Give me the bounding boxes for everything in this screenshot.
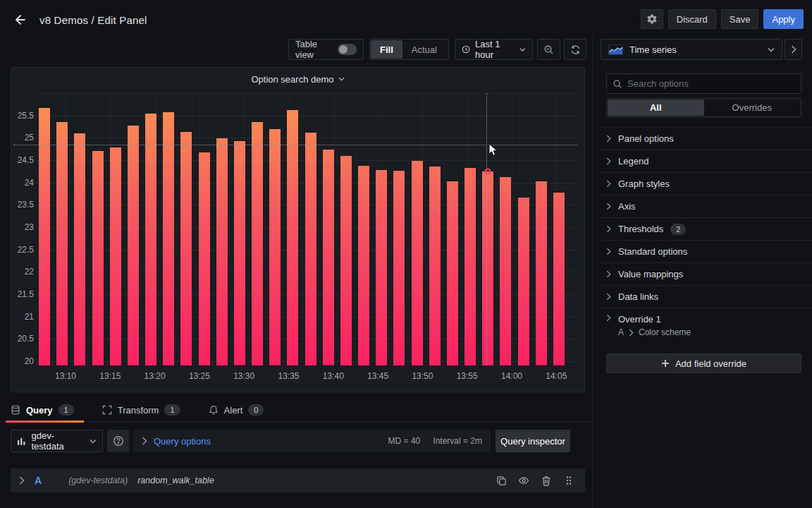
x-axis-label: 14:00 (501, 371, 522, 381)
hide-query-button[interactable] (516, 473, 531, 488)
apply-button[interactable]: Apply (763, 9, 804, 29)
options-section-graph-styles[interactable]: Graph styles (598, 172, 812, 195)
options-section-axis[interactable]: Axis (598, 195, 812, 217)
save-button[interactable]: Save (721, 9, 759, 29)
table-view-toggle[interactable] (338, 44, 357, 55)
bar[interactable] (287, 110, 298, 365)
discard-button[interactable]: Discard (668, 9, 716, 29)
bar[interactable] (429, 167, 441, 365)
bar[interactable] (553, 193, 565, 365)
bar[interactable] (536, 181, 547, 365)
actual-option[interactable]: Actual (402, 40, 446, 59)
bar[interactable] (252, 122, 263, 366)
section-label: Standard options (618, 246, 687, 257)
query-options-meta: MD = 40 Interval = 2m (388, 436, 482, 446)
bar[interactable] (39, 108, 50, 365)
back-button[interactable] (10, 9, 31, 30)
bar[interactable] (199, 152, 210, 365)
bar[interactable] (323, 150, 334, 365)
datasource-picker[interactable]: gdev-testdata (11, 430, 103, 452)
visualization-picker[interactable]: Time series (601, 39, 782, 60)
tab-query[interactable]: Query1 (11, 399, 74, 422)
bar[interactable] (412, 161, 423, 365)
tab-overrides[interactable]: Overrides (704, 99, 801, 116)
bar[interactable] (145, 114, 156, 366)
bar[interactable] (305, 133, 316, 365)
y-gridline (36, 116, 577, 116)
chevron-right-icon (606, 270, 611, 278)
editor-tabs: Query1Transform1Alert0 (0, 399, 592, 422)
override-summary: A Color scheme (618, 327, 691, 337)
panel-settings-button[interactable] (641, 9, 663, 29)
tab-label: Transform (118, 405, 159, 416)
options-search-input[interactable] (627, 78, 795, 89)
options-pane-collapse-button[interactable] (785, 39, 802, 60)
chevron-right-icon (606, 248, 611, 255)
x-axis-label: 13:40 (323, 371, 344, 381)
x-axis-label: 13:55 (457, 371, 478, 381)
options-section-override-1[interactable]: Override 1A Color scheme (598, 308, 812, 341)
chevron-down-icon (90, 439, 97, 444)
bar[interactable] (234, 141, 245, 365)
chevron-right-icon[interactable] (19, 476, 25, 485)
section-label: Data links (618, 291, 658, 302)
query-row: A (gdev-testdata) random_walk_table (11, 468, 585, 492)
bar[interactable] (500, 177, 511, 365)
refresh-button[interactable] (564, 39, 586, 60)
options-section-legend[interactable]: Legend (598, 150, 812, 172)
viz-label: Time series (629, 44, 677, 55)
query-inspector-button[interactable]: Query inspector (496, 430, 570, 452)
tab-transform[interactable]: Transform1 (102, 399, 180, 422)
x-axis-label: 14:05 (546, 371, 567, 381)
options-section-panel-options[interactable]: Panel options (598, 127, 812, 150)
bar[interactable] (216, 138, 228, 365)
grafana-panel-editor: v8 Demos / Edit Panel Discard Save Apply… (0, 0, 812, 508)
drag-handle[interactable] (561, 473, 577, 488)
chevron-right-icon[interactable] (142, 437, 147, 445)
options-section-data-links[interactable]: Data links (598, 285, 812, 308)
bar[interactable] (163, 112, 174, 365)
query-ref-id[interactable]: A (35, 475, 42, 486)
bar[interactable] (269, 129, 281, 365)
chevron-right-icon (606, 225, 611, 233)
tab-count-badge: 1 (164, 404, 180, 416)
bar[interactable] (518, 198, 529, 365)
tab-count-badge: 1 (59, 404, 74, 416)
hovered-bar-marker (485, 168, 491, 174)
options-section-standard-options[interactable]: Standard options (598, 240, 812, 262)
bar[interactable] (465, 168, 476, 365)
query-row-datasource: (gdev-testdata) (68, 476, 128, 485)
interval: Interval = 2m (433, 436, 482, 446)
section-badge: 2 (670, 224, 686, 235)
bar[interactable] (393, 171, 405, 365)
bar[interactable] (110, 147, 121, 365)
time-range-picker[interactable]: Last 1 hour (455, 39, 533, 60)
bar[interactable] (376, 170, 387, 365)
tab-alert[interactable]: Alert0 (209, 399, 264, 422)
bar[interactable] (340, 156, 352, 365)
add-field-override-button[interactable]: Add field override (606, 353, 801, 373)
bar[interactable] (92, 151, 104, 365)
bar[interactable] (482, 171, 493, 365)
duplicate-query-button[interactable] (493, 473, 509, 488)
plus-icon (661, 359, 670, 368)
section-label: Graph styles (618, 179, 670, 189)
delete-query-button[interactable] (539, 473, 554, 488)
bar[interactable] (128, 126, 139, 365)
options-section-value-mappings[interactable]: Value mappings (598, 262, 812, 285)
chevron-right-icon (791, 45, 796, 54)
zoom-out-button[interactable] (537, 39, 560, 60)
query-options-link[interactable]: Query options (154, 436, 211, 447)
datasource-help-button[interactable] (107, 430, 129, 452)
bar[interactable] (447, 181, 458, 365)
bar[interactable] (358, 166, 369, 365)
bar[interactable] (74, 133, 85, 365)
bar[interactable] (180, 132, 192, 366)
copy-icon (496, 476, 507, 486)
fill-option[interactable]: Fill (371, 40, 402, 59)
tab-count-badge: 0 (248, 404, 264, 416)
bar[interactable] (56, 122, 68, 365)
bar-chart[interactable]: 25.52524.52423.52322.52221.52120.52013:1… (11, 68, 584, 392)
tab-all[interactable]: All (608, 99, 704, 116)
options-section-thresholds[interactable]: Thresholds2 (598, 217, 812, 240)
